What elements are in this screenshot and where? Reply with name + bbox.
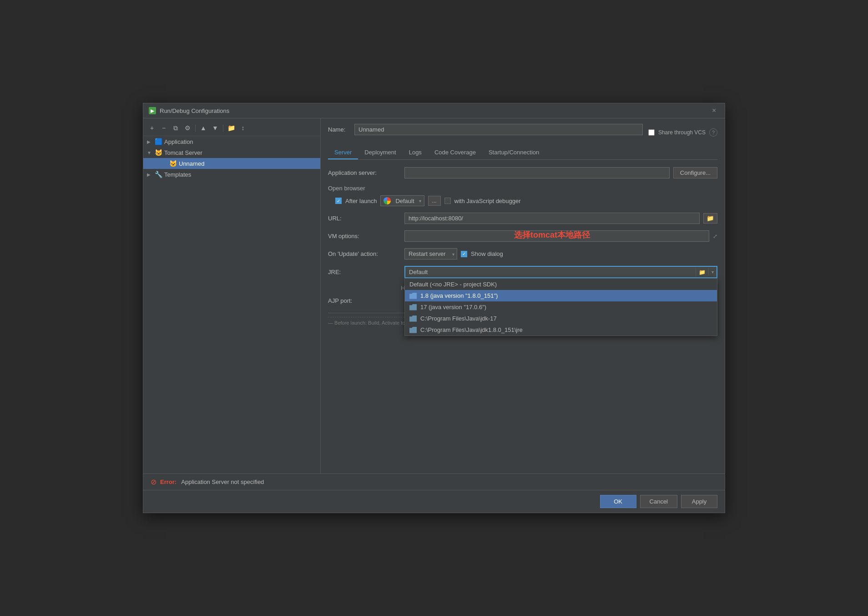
add-config-button[interactable]: + [147,123,157,133]
folder-button[interactable]: 📁 [226,123,236,133]
jre-dropdown-button[interactable]: ▾ [708,268,717,276]
app-server-row: Application server: Configure... [328,167,717,178]
application-icon: 🟦 [154,138,162,145]
unnamed-label: Unnamed [179,160,204,167]
restart-server-select-wrapper: Restart server [404,248,457,260]
tabs: Server Deployment Logs Code Coverage Sta… [328,146,717,160]
after-launch-label: After launch [345,198,377,204]
app-icon: ▶ [149,107,156,114]
url-folder-button[interactable]: 📁 [703,213,717,224]
move-down-button[interactable]: ▼ [210,123,220,133]
vm-expand-button[interactable]: ⤢ [713,233,717,239]
templates-icon: 🔧 [154,171,162,178]
toolbar-divider-1 [195,124,196,132]
sort-button[interactable]: ↕ [238,123,248,133]
jre-option-jdk18-path-label: C:\Program Files\Java\jdk1.8.0_151\jre [420,326,523,333]
application-arrow: ▶ [147,139,152,144]
jre-option-17[interactable]: 17 (java version "17.0.6") [405,301,717,313]
browser-dropdown-arrow: ▾ [419,199,421,204]
restart-server-select[interactable]: Restart server [404,248,457,260]
sidebar-item-templates[interactable]: ▶ 🔧 Templates [143,169,320,180]
run-debug-dialog: ▶ Run/Debug Configurations × + − ⧉ ⚙ ▲ ▼… [143,103,725,513]
sidebar-toolbar: + − ⧉ ⚙ ▲ ▼ 📁 ↕ [143,120,320,136]
jre-dropdown-menu: Default (<no JRE> - project SDK) 1.8 (ja… [404,278,717,336]
error-icon: ⊘ [151,478,156,486]
annotation-text: 选择tomcat本地路径 [514,229,590,240]
js-debugger-checkbox[interactable] [444,198,451,204]
sidebar-item-tomcat-server[interactable]: ▼ 🐱 Tomcat Server [143,147,320,158]
name-row-group: Name: Share through VCS ? [328,124,717,141]
move-up-button[interactable]: ▲ [198,123,208,133]
ajp-port-label: AJP port: [328,297,401,304]
jre-option-jdk17-path-label: C:\Program Files\Java\jdk-17 [420,315,497,322]
jre-folder-icon-17 [409,304,417,311]
tomcat-label: Tomcat Server [164,149,202,156]
tab-startup-connection[interactable]: Startup/Connection [482,146,545,159]
after-launch-checkbox[interactable] [335,198,342,204]
tab-server[interactable]: Server [328,146,358,159]
jre-folder-icon-jdk18 [409,327,417,333]
tab-logs[interactable]: Logs [403,146,428,159]
sidebar-item-unnamed[interactable]: 🐱 Unnamed [143,158,320,169]
remove-config-button[interactable]: − [159,123,169,133]
copy-config-button[interactable]: ⧉ [171,123,181,133]
browser-more-button[interactable]: ... [428,196,441,206]
jre-option-jdk17-path[interactable]: C:\Program Files\Java\jdk-17 [405,313,717,324]
templates-arrow: ▶ [147,172,152,177]
jre-folder-button[interactable]: 📁 [696,268,708,277]
show-dialog-label: Show dialog [471,250,503,257]
config-panel: Name: Share through VCS ? Server Deploym… [321,118,725,473]
name-label: Name: [328,126,351,133]
error-message: Application Server not specified [181,479,264,485]
tomcat-icon: 🐱 [154,149,162,156]
jre-option-default-label: Default (<no JRE> - project SDK) [409,281,497,288]
jre-input[interactable] [405,267,696,277]
url-input[interactable] [404,213,700,224]
browser-row: After launch Default ▾ ... with JavaScri… [328,195,717,206]
toolbar-divider-2 [223,124,223,132]
open-browser-title: Open browser [328,185,717,192]
jre-option-default[interactable]: Default (<no JRE> - project SDK) [405,279,717,290]
jre-folder-icon-jdk17 [409,316,417,322]
update-action-label: On 'Update' action: [328,250,401,257]
tab-code-coverage[interactable]: Code Coverage [428,146,482,159]
jre-option-18-label: 1.8 (java version "1.8.0_151") [420,292,498,299]
templates-label: Templates [164,171,191,178]
open-browser-section: Open browser After launch Default ▾ ... … [328,185,717,206]
browser-select-wrapper[interactable]: Default ▾ [380,195,424,206]
tab-deployment[interactable]: Deployment [358,146,402,159]
jre-option-jdk18-path[interactable]: C:\Program Files\Java\jdk1.8.0_151\jre [405,324,717,336]
error-text: Error: Application Server not specified [160,479,264,485]
sidebar-item-application[interactable]: ▶ 🟦 Application [143,136,320,147]
jre-folder-icon-18 [409,293,417,299]
sidebar: + − ⧉ ⚙ ▲ ▼ 📁 ↕ ▶ 🟦 Application ▼ 🐱 Tom [143,118,321,473]
help-button[interactable]: ? [709,128,717,137]
jre-option-17-label: 17 (java version "17.0.6") [420,304,486,311]
apply-button[interactable]: Apply [681,495,717,508]
app-server-label: Application server: [328,169,401,176]
jre-option-18[interactable]: 1.8 (java version "1.8.0_151") [405,290,717,301]
settings-button[interactable]: ⚙ [182,123,192,133]
app-server-input[interactable] [404,167,670,178]
jre-container: 📁 ▾ Default (<no JRE> - project SDK) 1.8… [404,266,717,278]
jre-label: JRE: [328,269,401,275]
header-right: Share through VCS ? [648,128,717,137]
ok-button[interactable]: OK [600,495,636,508]
tomcat-arrow: ▼ [147,150,152,155]
jre-input-wrapper: 📁 ▾ [404,266,717,278]
vcs-label: Share through VCS [658,129,706,136]
url-row: URL: 📁 [328,213,717,224]
update-action-row: On 'Update' action: Restart server Show … [328,248,717,260]
main-content: + − ⧉ ⚙ ▲ ▼ 📁 ↕ ▶ 🟦 Application ▼ 🐱 Tom [143,118,725,473]
cancel-button[interactable]: Cancel [640,495,677,508]
vm-options-label: VM options: [328,233,401,239]
configure-button[interactable]: Configure... [673,167,717,178]
application-label: Application [164,138,193,145]
vcs-checkbox[interactable] [648,129,655,136]
title-bar: ▶ Run/Debug Configurations × [143,103,725,118]
show-dialog-checkbox[interactable] [461,251,467,257]
jre-row: JRE: 📁 ▾ Default (<no JRE> - project SDK… [328,266,717,278]
close-button[interactable]: × [712,107,719,114]
name-input[interactable] [354,124,643,135]
dialog-title: Run/Debug Configurations [160,107,229,114]
